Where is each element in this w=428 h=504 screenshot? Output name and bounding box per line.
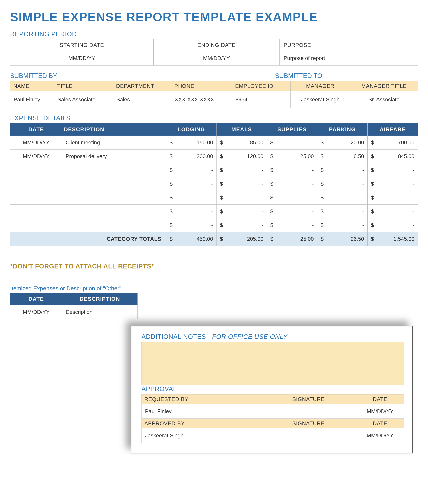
expense-meals[interactable]: $- [216, 177, 267, 191]
expense-lodging[interactable]: $150.00 [166, 136, 216, 150]
expense-lodging[interactable]: $- [166, 218, 216, 232]
expense-date[interactable] [10, 177, 62, 191]
expense-date[interactable] [10, 191, 62, 205]
expense-airfare[interactable]: $- [368, 177, 418, 191]
col-description: DESCRIPTION [62, 123, 166, 136]
end-date-value[interactable]: MM/DD/YY [153, 51, 280, 66]
submitted-table: NAME TITLE DEPARTMENT PHONE EMPLOYEE ID … [10, 81, 418, 108]
page-title: SIMPLE EXPENSE REPORT TEMPLATE EXAMPLE [10, 10, 418, 24]
receipts-reminder: *DON'T FORGET TO ATTACH ALL RECEIPTS* [10, 263, 418, 270]
reporting-period-label: REPORTING PERIOD [10, 31, 418, 38]
col-date: DATE [10, 123, 62, 136]
expense-supplies[interactable]: $- [267, 205, 317, 218]
expense-parking[interactable]: $- [317, 177, 368, 191]
expense-parking[interactable]: $- [317, 191, 368, 205]
expense-meals[interactable]: $- [216, 191, 267, 205]
total-meals[interactable]: $205.00 [216, 232, 267, 246]
expense-lodging[interactable]: $300.00 [166, 150, 216, 163]
expense-date[interactable] [10, 218, 62, 232]
expense-details-label: EXPENSE DETAILS [10, 115, 418, 122]
department-value[interactable]: Sales [113, 91, 171, 108]
expense-row: $-$-$-$-$- [10, 191, 418, 205]
col-purpose: PURPOSE [280, 39, 418, 51]
itemized-row: MM/DD/YY Description [10, 305, 138, 319]
expense-meals[interactable]: $85.00 [216, 136, 267, 150]
expense-parking[interactable]: $- [317, 163, 368, 177]
expense-airfare[interactable]: $- [368, 218, 418, 232]
reporting-period-table: STARTING DATE ENDING DATE PURPOSE MM/DD/… [10, 39, 418, 66]
col-department: DEPARTMENT [113, 81, 171, 91]
col-airfare: AIRFARE [368, 123, 418, 136]
expense-lodging[interactable]: $- [166, 163, 216, 177]
start-date-value[interactable]: MM/DD/YY [10, 51, 154, 66]
expense-parking[interactable]: $20.00 [317, 136, 368, 150]
itemized-date-value[interactable]: MM/DD/YY [10, 305, 62, 319]
total-airfare[interactable]: $1,545.00 [368, 232, 418, 246]
expense-description[interactable] [62, 191, 166, 205]
expense-date[interactable]: MM/DD/YY [10, 136, 62, 150]
expense-airfare[interactable]: $- [368, 163, 418, 177]
col-employee-id: EMPLOYEE ID [232, 81, 290, 91]
notes-label-suffix: FOR OFFICE USE ONLY [212, 333, 287, 340]
expense-meals[interactable]: $- [216, 163, 267, 177]
expense-supplies[interactable]: $- [267, 191, 317, 205]
col-parking: PARKING [317, 123, 368, 136]
col-name: NAME [10, 81, 54, 91]
expense-lodging[interactable]: $- [166, 177, 216, 191]
expense-airfare[interactable]: $700.00 [368, 136, 418, 150]
expense-row: $-$-$-$-$- [10, 218, 418, 232]
expense-supplies[interactable]: $- [267, 218, 317, 232]
expense-supplies[interactable]: $25.00 [267, 150, 317, 163]
expense-supplies[interactable]: $- [267, 177, 317, 191]
title-value[interactable]: Sales Associate [54, 91, 113, 108]
expense-row: MM/DD/YYProposal delivery$300.00$120.00$… [10, 150, 418, 163]
submitted-to-label: SUBMITTED TO [275, 72, 418, 79]
expense-description[interactable]: Client meeting [62, 136, 166, 150]
total-parking[interactable]: $26.50 [317, 232, 368, 246]
col-phone: PHONE [171, 81, 232, 91]
col-manager: MANAGER [290, 81, 350, 91]
category-totals-row: CATEGORY TOTALS$450.00$205.00$25.00$26.5… [10, 232, 418, 246]
expense-parking[interactable]: $- [317, 218, 368, 232]
expense-airfare[interactable]: $845.00 [368, 150, 418, 163]
col-title: TITLE [54, 81, 113, 91]
expense-lodging[interactable]: $- [166, 191, 216, 205]
manager-title-value[interactable]: Sr. Associate [350, 91, 418, 108]
expense-description[interactable] [62, 205, 166, 218]
total-lodging[interactable]: $450.00 [166, 232, 216, 246]
expense-meals[interactable]: $120.00 [216, 150, 267, 163]
col-meals: MEALS [216, 123, 267, 136]
expense-description[interactable] [62, 163, 166, 177]
expense-meals[interactable]: $- [216, 218, 267, 232]
expense-airfare[interactable]: $- [368, 205, 418, 218]
itemized-description-value[interactable]: Description [62, 305, 138, 319]
total-supplies[interactable]: $25.00 [267, 232, 317, 246]
employee-id-value[interactable]: 8954 [232, 91, 290, 108]
expense-supplies[interactable]: $- [267, 163, 317, 177]
expense-row: $-$-$-$-$- [10, 205, 418, 218]
manager-value[interactable]: Jaskeerat Singh [290, 91, 350, 108]
name-value[interactable]: Paul Finley [10, 91, 54, 108]
category-totals-label: CATEGORY TOTALS [10, 232, 166, 246]
expense-date[interactable]: MM/DD/YY [10, 150, 62, 163]
expense-description[interactable] [62, 218, 166, 232]
expense-supplies[interactable]: $- [267, 136, 317, 150]
itemized-table: DATE DESCRIPTION MM/DD/YY Description [10, 293, 138, 319]
expense-parking[interactable]: $6.50 [317, 150, 368, 163]
expense-airfare[interactable]: $- [368, 191, 418, 205]
submitted-by-label: SUBMITTED BY [10, 72, 57, 79]
expense-parking[interactable]: $- [317, 205, 368, 218]
phone-value[interactable]: XXX-XXX-XXXX [171, 91, 232, 108]
expense-date[interactable] [10, 205, 62, 218]
itemized-label: Itemized Expenses or Description of "Oth… [10, 285, 418, 292]
expense-lodging[interactable]: $- [166, 205, 216, 218]
reporting-period-row: MM/DD/YY MM/DD/YY Purpose of report [10, 51, 418, 66]
expense-description[interactable]: Proposal delivery [62, 150, 166, 163]
expense-meals[interactable]: $- [216, 205, 267, 218]
col-manager-title: MANAGER TITLE [350, 81, 418, 91]
purpose-value[interactable]: Purpose of report [280, 51, 418, 66]
expense-description[interactable] [62, 177, 166, 191]
expense-date[interactable] [10, 163, 62, 177]
expense-row: $-$-$-$-$- [10, 163, 418, 177]
col-end-date: ENDING DATE [153, 39, 280, 51]
